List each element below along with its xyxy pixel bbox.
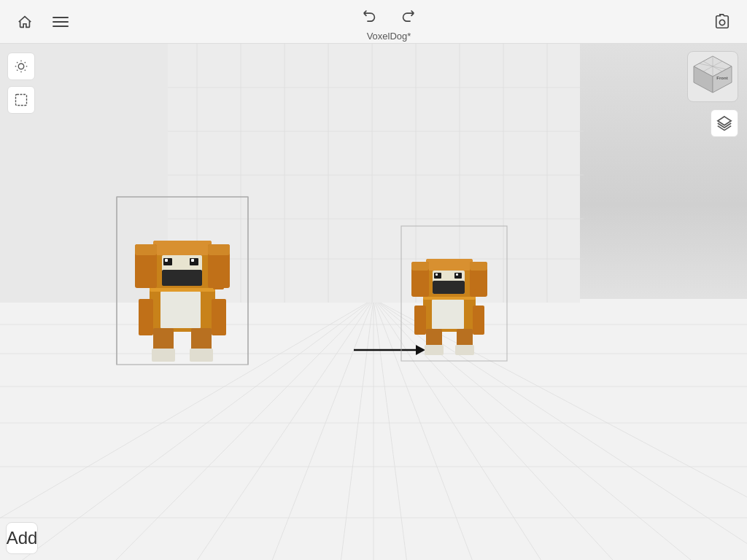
svg-rect-108 — [473, 306, 484, 335]
svg-rect-70 — [163, 258, 172, 265]
svg-rect-96 — [454, 273, 462, 279]
svg-rect-82 — [139, 299, 153, 335]
svg-rect-100 — [411, 262, 429, 271]
svg-rect-80 — [152, 349, 175, 362]
layers-button[interactable] — [711, 109, 738, 137]
bottom-toolbar: Add — [0, 516, 44, 560]
svg-rect-72 — [165, 259, 168, 262]
svg-rect-77 — [208, 244, 230, 255]
svg-line-9 — [25, 62, 26, 63]
left-sidebar — [0, 44, 44, 122]
menu-button[interactable] — [53, 17, 69, 27]
svg-rect-95 — [434, 273, 441, 279]
svg-rect-92 — [426, 259, 473, 271]
svg-rect-81 — [190, 349, 213, 362]
scene-svg — [0, 44, 747, 560]
right-sidebar: Front — [687, 51, 738, 137]
sun-button[interactable] — [7, 52, 35, 80]
svg-rect-84 — [213, 281, 224, 289]
svg-rect-94 — [433, 281, 465, 294]
svg-rect-105 — [425, 345, 444, 355]
toolbar-left — [12, 9, 69, 35]
svg-rect-98 — [456, 273, 458, 276]
svg-line-8 — [17, 70, 18, 71]
toolbar-center: VoxelDog* — [357, 1, 421, 42]
svg-rect-102 — [470, 262, 487, 271]
home-button[interactable] — [12, 9, 38, 35]
svg-rect-90 — [432, 300, 464, 329]
plus-icon: Add — [7, 529, 38, 547]
svg-rect-83 — [212, 299, 226, 335]
select-button[interactable] — [7, 86, 35, 114]
svg-rect-65 — [160, 292, 201, 328]
document-title: VoxelDog* — [367, 31, 411, 42]
svg-rect-69 — [162, 270, 202, 286]
svg-rect-10 — [16, 95, 27, 106]
svg-rect-67 — [153, 241, 212, 255]
toolbar-right — [709, 9, 735, 35]
view-cube[interactable]: Front — [687, 51, 738, 102]
undo-button[interactable] — [357, 1, 383, 28]
viewport[interactable] — [0, 44, 747, 560]
add-button[interactable]: Add — [6, 522, 38, 554]
svg-rect-75 — [135, 244, 157, 255]
svg-rect-97 — [436, 273, 438, 276]
svg-rect-107 — [414, 306, 426, 335]
undo-redo-group — [357, 1, 421, 28]
svg-rect-106 — [455, 345, 474, 355]
svg-line-5 — [25, 70, 26, 71]
svg-text:Front: Front — [716, 76, 727, 80]
svg-line-4 — [17, 62, 18, 63]
svg-point-0 — [719, 20, 724, 25]
svg-rect-109 — [474, 289, 483, 297]
screenshot-button[interactable] — [709, 9, 735, 35]
svg-rect-71 — [190, 258, 198, 265]
svg-rect-73 — [191, 259, 194, 262]
toolbar: VoxelDog* — [0, 0, 747, 44]
redo-button[interactable] — [395, 1, 421, 28]
svg-point-1 — [18, 63, 24, 69]
